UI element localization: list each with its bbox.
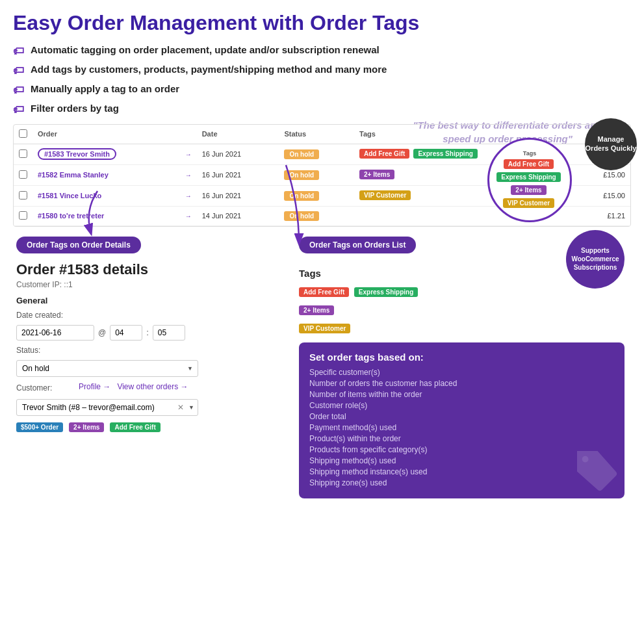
page-wrapper: Easy Order Management with Order Tags 🏷 … <box>0 0 644 644</box>
colon-sep: : <box>146 328 149 337</box>
customer-input-wrapper: ✕ ▼ <box>16 399 198 416</box>
tag-add-free-gift-1: Add Free Gift <box>359 149 409 159</box>
sort-arrow-2: → <box>185 172 192 179</box>
amount-3: £15.00 <box>571 185 630 206</box>
status-label-row: Status: <box>16 346 283 355</box>
order-link-1582[interactable]: #1582 Emma Stanley <box>38 171 109 179</box>
arrow-svg-right <box>247 165 325 250</box>
tag-icon-3: 🏷 <box>13 83 24 97</box>
sort-arrow-1: → <box>185 151 192 158</box>
set-tags-item-3: Number of items within the order <box>309 390 614 399</box>
tag-2-items-panel: 2+ Items <box>299 305 334 315</box>
lower-section: Order Tags on Order Details Order #1583 … <box>13 227 631 505</box>
col-sort <box>180 125 197 144</box>
mc-header: Tags <box>523 150 536 157</box>
large-tag-icon <box>573 446 618 492</box>
tag-2-items-2: 2+ Items <box>359 170 394 179</box>
customer-input-row: ✕ ▼ <box>16 399 283 416</box>
date-row: Date created: <box>16 311 283 320</box>
customer-label-row: Customer: Profile → View other orders → <box>16 382 283 394</box>
bottom-tag-1: $500+ Order <box>16 422 63 432</box>
set-tags-item-11: Shipping zone(s) used <box>309 478 614 487</box>
main-title: Easy Order Management with Order Tags <box>13 12 631 34</box>
sort-arrow-3: → <box>185 192 192 200</box>
manage-badge: Manage Orders Quickly <box>585 118 637 170</box>
mc-tag-3: 2+ Items <box>511 185 546 195</box>
date-input[interactable] <box>16 325 94 341</box>
row4-checkbox[interactable] <box>19 211 27 220</box>
set-tags-list: Specific customer(s) Number of orders th… <box>309 368 614 487</box>
set-tags-item-10: Shipping method instance(s) used <box>309 467 614 476</box>
row1-checkbox[interactable] <box>19 149 27 158</box>
select-all-checkbox[interactable] <box>19 129 27 138</box>
status-select-wrapper: On hold Processing Completed Cancelled <box>16 360 198 377</box>
set-tags-item-2: Number of orders the customer has placed <box>309 379 614 388</box>
customer-links: Profile → View other orders → <box>79 382 188 391</box>
col-checkbox <box>14 125 32 144</box>
feature-item-2: 🏷 Add tags by customers, products, payme… <box>13 63 631 78</box>
status-1: On hold <box>284 149 319 159</box>
set-tags-item-9: Shipping method(s) used <box>309 456 614 465</box>
tag-express-shipping-1: Express Shipping <box>413 149 477 159</box>
features-list: 🏷 Automatic tagging on order placement, … <box>13 44 631 117</box>
feature-item-3: 🏷 Manually apply a tag to an order <box>13 83 631 97</box>
tags-row-2: 2+ Items <box>299 303 625 316</box>
tag-icon-2: 🏷 <box>13 64 24 78</box>
set-tags-item-8: Products from specific category(s) <box>309 445 614 454</box>
order-tags-label: Order Tags on Order Details <box>16 237 141 253</box>
feature-item-1: 🏷 Automatic tagging on order placement, … <box>13 44 631 58</box>
tags-row-3: VIP Customer <box>299 322 625 335</box>
col-order: Order <box>32 125 180 144</box>
general-label: General <box>16 296 283 305</box>
at-label: @ <box>98 328 106 337</box>
feature-item-4: 🏷 Filter orders by tag <box>13 102 631 117</box>
order-details-title: Order #1583 details <box>16 261 283 278</box>
order-details-panel: Order Tags on Order Details Order #1583 … <box>13 227 292 505</box>
arrow-svg-left <box>78 191 117 237</box>
col-date: Date <box>197 125 279 144</box>
mc-tag-2: Express Shipping <box>496 172 560 182</box>
supports-badge: Supports WooCommerce Subscriptions <box>566 230 625 289</box>
date-input-row: @ : <box>16 325 283 341</box>
bottom-tags-row: $500+ Order 2+ Items Add Free Gift <box>16 422 283 433</box>
tags-row-1: Add Free Gift Express Shipping <box>299 285 625 298</box>
svg-point-2 <box>582 456 589 462</box>
set-tags-item-7: Product(s) within the order <box>309 434 614 443</box>
date-1: 16 Jun 2021 <box>197 144 279 164</box>
magnify-circle: Tags Add Free Gift Express Shipping 2+ I… <box>487 138 572 222</box>
customer-dropdown-icon[interactable]: ▼ <box>188 404 194 411</box>
tag-icon-1: 🏷 <box>13 44 24 58</box>
sort-arrow-4: → <box>185 213 192 220</box>
set-tags-title: Set order tags based on: <box>309 352 614 363</box>
tag-icon-4: 🏷 <box>13 103 24 117</box>
mc-tag-4: VIP Customer <box>503 198 554 208</box>
bottom-tag-2: 2+ Items <box>69 422 104 432</box>
status-label: Status: <box>16 346 75 355</box>
profile-link[interactable]: Profile → <box>79 382 110 391</box>
order-link-1583[interactable]: #1583 Trevor Smith <box>38 148 116 160</box>
time-hour-input[interactable] <box>110 325 142 341</box>
view-orders-link[interactable]: View other orders → <box>117 382 188 391</box>
mc-tags: Add Free Gift Express Shipping 2+ Items … <box>495 159 565 209</box>
row2-checkbox[interactable] <box>19 170 27 179</box>
order-details-sub: Customer IP: ::1 <box>16 280 283 289</box>
amount-4: £1.21 <box>571 206 630 225</box>
row3-checkbox[interactable] <box>19 191 27 200</box>
set-tags-item-1: Specific customer(s) <box>309 368 614 377</box>
tag-express-shipping-panel: Express Shipping <box>354 287 418 297</box>
set-tags-item-4: Customer role(s) <box>309 401 614 410</box>
tag-vip-3: VIP Customer <box>359 190 411 200</box>
customer-input[interactable] <box>16 399 198 416</box>
set-tags-item-6: Payment method(s) used <box>309 423 614 432</box>
tag-vip-panel: VIP Customer <box>299 324 350 333</box>
set-tags-box: Set order tags based on: Specific custom… <box>299 342 625 498</box>
customer-clear-icon[interactable]: ✕ <box>177 403 184 412</box>
mc-tag-1: Add Free Gift <box>504 159 554 169</box>
tag-add-free-gift-panel: Add Free Gift <box>299 287 349 297</box>
customer-label: Customer: <box>16 383 75 393</box>
set-tags-item-5: Order total <box>309 412 614 421</box>
tags-panel: Order Tags on Orders List Supports WooCo… <box>292 227 631 505</box>
date-label: Date created: <box>16 311 75 320</box>
time-min-input[interactable] <box>153 325 185 341</box>
status-select[interactable]: On hold Processing Completed Cancelled <box>16 360 198 377</box>
